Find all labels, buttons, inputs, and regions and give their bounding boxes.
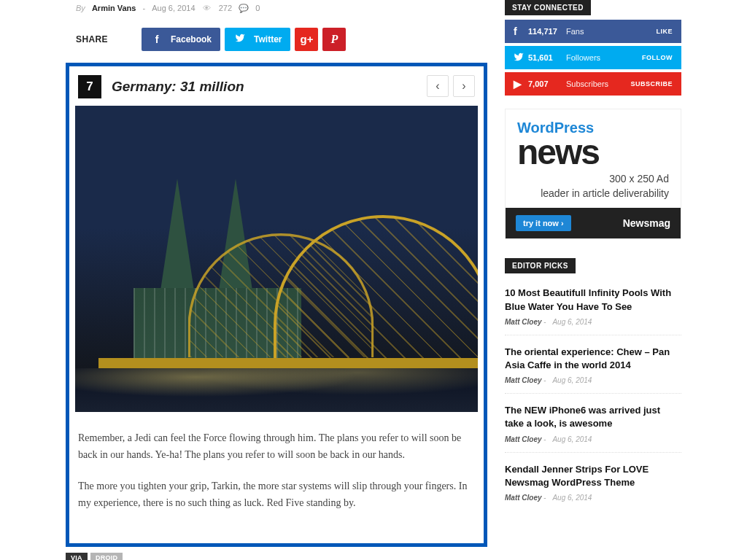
pick-title[interactable]: The NEW iPhone6 was arrived just take a … bbox=[505, 404, 681, 430]
share-twitter-label: Twitter bbox=[254, 34, 282, 44]
editor-picks-list: 10 Most Beautifull Infinity Pools With B… bbox=[505, 276, 681, 510]
sidebar-ad[interactable]: WordPress news 300 x 250 Ad leader in ar… bbox=[505, 109, 681, 239]
googleplus-icon: g+ bbox=[301, 33, 314, 45]
post-meta: By Armin Vans - Aug 6, 2014 👁 272 💬 0 bbox=[66, 0, 487, 23]
author-link[interactable]: Armin Vans bbox=[92, 4, 136, 12]
comment-count: 0 bbox=[255, 4, 260, 12]
view-count: 272 bbox=[219, 4, 232, 12]
twitter-count: 51,601 bbox=[528, 53, 566, 62]
share-facebook-button[interactable]: f Facebook bbox=[142, 28, 220, 51]
facebook-action: LIKE bbox=[656, 28, 673, 35]
facebook-label: Fans bbox=[566, 27, 656, 36]
share-googleplus-button[interactable]: g+ bbox=[295, 28, 318, 51]
pick-date: Aug 6, 2014 bbox=[552, 435, 592, 443]
meta-sep: - bbox=[143, 4, 146, 12]
card-title: Germany: 31 million bbox=[112, 79, 244, 95]
gallery-card: 7 Germany: 31 million ‹ › Remember, a Je… bbox=[66, 63, 487, 547]
by-label: By bbox=[76, 4, 85, 12]
pick-date: Aug 6, 2014 bbox=[552, 376, 592, 384]
comment-icon: 💬 bbox=[239, 4, 249, 13]
via-label: VIA bbox=[66, 553, 88, 560]
pick-author[interactable]: Matt Cloey bbox=[505, 494, 542, 502]
social-counter: f 114,717 Fans LIKE 51,601 Followers FOL… bbox=[505, 20, 681, 96]
card-image bbox=[75, 106, 478, 412]
via-value[interactable]: DROID bbox=[90, 553, 123, 560]
social-youtube-row[interactable]: ▶ 7,007 Subscribers SUBSCRIBE bbox=[505, 72, 681, 96]
twitter-icon bbox=[233, 33, 247, 45]
share-pinterest-button[interactable]: P bbox=[322, 28, 346, 51]
twitter-label: Followers bbox=[566, 53, 642, 62]
pick-title[interactable]: The oriental experience: Chew – Pan Asia… bbox=[505, 346, 681, 372]
chevron-left-icon: ‹ bbox=[436, 79, 439, 93]
facebook-icon: f bbox=[150, 34, 163, 45]
youtube-count: 7,007 bbox=[528, 79, 566, 88]
twitter-action: FOLLOW bbox=[642, 54, 673, 61]
youtube-action: SUBSCRIBE bbox=[630, 80, 673, 88]
card-body: Remember, a Jedi can feel the Force flow… bbox=[75, 429, 478, 526]
next-button[interactable]: › bbox=[453, 75, 475, 97]
youtube-icon: ▶ bbox=[514, 78, 528, 90]
facebook-count: 114,717 bbox=[528, 27, 566, 36]
card-paragraph: The more you tighten your grip, Tarkin, … bbox=[75, 478, 478, 526]
card-number: 7 bbox=[78, 75, 101, 98]
youtube-label: Subscribers bbox=[566, 79, 630, 88]
editor-picks-title: EDITOR PICKS bbox=[505, 258, 576, 273]
social-twitter-row[interactable]: 51,601 Followers FOLLOW bbox=[505, 46, 681, 69]
card-paragraph: Remember, a Jedi can feel the Force flow… bbox=[75, 429, 478, 478]
pick-date: Aug 6, 2014 bbox=[552, 494, 592, 502]
twitter-icon bbox=[514, 52, 528, 64]
pick-author[interactable]: Matt Cloey bbox=[505, 318, 542, 326]
ad-news-text: news bbox=[517, 136, 669, 168]
ad-line1: 300 x 250 Ad bbox=[517, 172, 669, 187]
pick-item: The NEW iPhone6 was arrived just take a … bbox=[505, 393, 681, 451]
pick-title[interactable]: 10 Most Beautifull Infinity Pools With B… bbox=[505, 287, 681, 313]
share-twitter-button[interactable]: Twitter bbox=[225, 28, 290, 51]
pick-title[interactable]: Kendall Jenner Strips For LOVE Newsmag W… bbox=[505, 463, 681, 489]
ad-line2: leader in article deliverability bbox=[517, 187, 669, 201]
ad-brand: Newsmag bbox=[623, 217, 670, 229]
ad-try-button[interactable]: try it now › bbox=[516, 215, 571, 231]
stay-connected-title: STAY CONNECTED bbox=[505, 0, 591, 15]
eye-icon: 👁 bbox=[202, 4, 212, 12]
social-facebook-row[interactable]: f 114,717 Fans LIKE bbox=[505, 20, 681, 43]
share-facebook-label: Facebook bbox=[171, 34, 212, 44]
pick-item: 10 Most Beautifull Infinity Pools With B… bbox=[505, 276, 681, 334]
pinterest-icon: P bbox=[331, 33, 338, 46]
post-date: Aug 6, 2014 bbox=[152, 4, 195, 12]
pick-item: Kendall Jenner Strips For LOVE Newsmag W… bbox=[505, 452, 681, 510]
facebook-icon: f bbox=[514, 26, 528, 37]
chevron-right-icon: › bbox=[462, 79, 465, 93]
tags-block: VIA DROID SOURCE VH MAGAZINE TAGS MAGAZI… bbox=[66, 553, 487, 560]
share-label: SHARE bbox=[76, 34, 108, 44]
pick-date: Aug 6, 2014 bbox=[552, 318, 592, 326]
share-row: SHARE f Facebook Twitter g+ P bbox=[66, 23, 487, 63]
pick-item: The oriental experience: Chew – Pan Asia… bbox=[505, 335, 681, 393]
prev-button[interactable]: ‹ bbox=[427, 75, 449, 97]
pick-author[interactable]: Matt Cloey bbox=[505, 435, 542, 443]
pick-author[interactable]: Matt Cloey bbox=[505, 376, 542, 384]
